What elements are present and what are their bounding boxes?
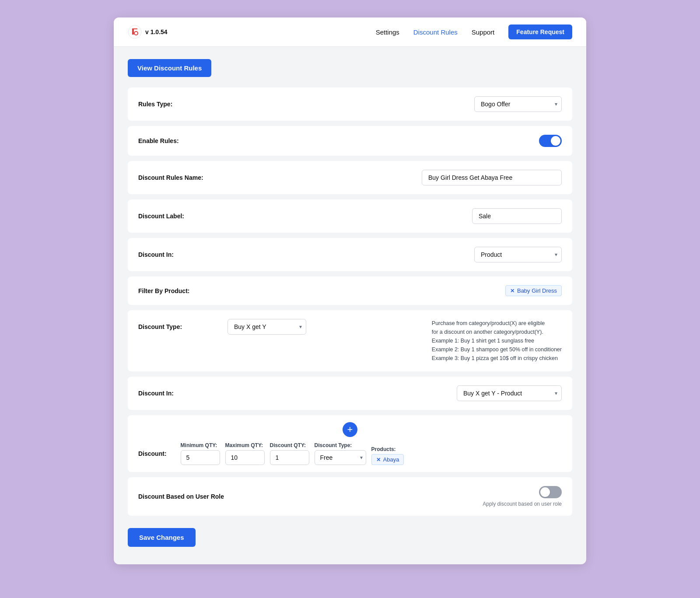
nav-links: Settings Discount Rules Support Feature …: [376, 24, 572, 39]
add-discount-button[interactable]: +: [343, 422, 357, 437]
product-remove-icon[interactable]: ✕: [376, 457, 381, 463]
nav-discount-rules[interactable]: Discount Rules: [413, 28, 458, 36]
logo-area: v 1.0.54: [128, 25, 168, 39]
enable-rules-label: Enable Rules:: [138, 137, 217, 144]
max-qty-input[interactable]: [225, 450, 265, 465]
discount-type-desc-line1: Purchase from category/product(X) are el…: [432, 319, 562, 336]
discount-type-row-group: Discount Type: Free Percentage Fixed ▾: [315, 442, 366, 465]
discount-in-select-wrapper: Product Category All ▾: [474, 247, 562, 262]
user-role-right: Apply discount based on user role: [483, 486, 562, 507]
user-role-label: Discount Based on User Role: [138, 493, 224, 500]
discount-label-input[interactable]: [472, 208, 562, 224]
discount-rules-name-input[interactable]: [422, 170, 562, 185]
discount-in2-label: Discount In:: [138, 390, 217, 397]
min-qty-group: Minimum QTY:: [181, 442, 220, 465]
view-discount-rules-button[interactable]: View Discount Rules: [128, 59, 211, 77]
discount-in2-section: Discount In: Buy X get Y - Product Buy X…: [128, 377, 572, 410]
filter-product-tag-label: Baby Girl Dress: [517, 287, 557, 294]
enable-rules-toggle[interactable]: [539, 135, 562, 147]
filter-product-remove-icon[interactable]: ✕: [510, 288, 514, 294]
user-role-hint: Apply discount based on user role: [483, 501, 562, 507]
filter-by-product-section: Filter By Product: ✕ Baby Girl Dress: [128, 276, 572, 305]
svg-point-2: [132, 29, 134, 31]
user-role-section: Discount Based on User Role Apply discou…: [128, 477, 572, 516]
feature-request-button[interactable]: Feature Request: [508, 24, 572, 39]
user-role-toggle[interactable]: [539, 486, 562, 498]
toggle-slider-on: [539, 135, 562, 147]
filter-product-tag: ✕ Baby Girl Dress: [505, 285, 562, 296]
enable-rules-section: Enable Rules:: [128, 126, 572, 156]
discount-type-select[interactable]: Buy X get Y Buy X get X Percentage: [228, 319, 306, 335]
rules-type-section: Rules Type: Bogo Offer Simple Discount B…: [128, 87, 572, 121]
app-container: v 1.0.54 Settings Discount Rules Support…: [114, 17, 586, 564]
discount-in-select[interactable]: Product Category All: [474, 247, 562, 262]
discount-in-label: Discount In:: [138, 251, 217, 258]
discount-type-example2: Example 2: Buy 1 shampoo get 50% off in …: [432, 345, 562, 354]
products-group: Products: ✕ Abaya: [371, 446, 404, 465]
filter-by-product-label: Filter By Product:: [138, 287, 217, 294]
discount-type-description: Purchase from category/product(X) are el…: [432, 319, 562, 363]
header: v 1.0.54 Settings Discount Rules Support…: [114, 17, 586, 47]
discount-type-row-select[interactable]: Free Percentage Fixed: [315, 450, 366, 465]
discount-type-example1: Example 1: Buy 1 shirt get 1 sunglass fr…: [432, 336, 562, 345]
discount-in2-control: Buy X get Y - Product Buy X get Y - Cate…: [217, 385, 562, 401]
min-qty-label: Minimum QTY:: [181, 442, 220, 448]
max-qty-group: Maximum QTY:: [225, 442, 265, 465]
discount-type-example3: Example 3: Buy 1 pizza get 10$ off in cr…: [432, 354, 562, 363]
discount-in-control: Product Category All ▾: [217, 247, 562, 262]
nav-settings[interactable]: Settings: [376, 28, 399, 36]
rules-type-label: Rules Type:: [138, 101, 217, 108]
discount-field-label: Discount:: [138, 450, 167, 457]
user-role-toggle-knob: [540, 487, 550, 497]
product-tag-label: Abaya: [383, 456, 399, 463]
user-role-toggle-slider: [539, 486, 562, 498]
discount-fields: Minimum QTY: Maximum QTY: Discount QTY:: [181, 442, 404, 465]
product-tag: ✕ Abaya: [371, 454, 404, 465]
discount-type-section: Discount Type: Buy X get Y Buy X get X P…: [128, 310, 572, 371]
discount-rules-name-section: Discount Rules Name:: [128, 161, 572, 194]
discount-label-section: Discount Label:: [128, 199, 572, 233]
logo-icon: [128, 25, 142, 39]
max-qty-label: Maximum QTY:: [225, 442, 265, 448]
discount-in2-select-wrapper: Buy X get Y - Product Buy X get Y - Cate…: [457, 385, 562, 401]
discount-rules-name-label: Discount Rules Name:: [138, 174, 217, 181]
version-text: v 1.0.54: [145, 28, 168, 35]
discount-type-label: Discount Type:: [138, 323, 217, 330]
nav-support[interactable]: Support: [472, 28, 495, 36]
min-qty-input[interactable]: [181, 450, 220, 465]
discount-fields-row: Discount: Minimum QTY: Maximum QTY: Disc…: [138, 442, 562, 465]
discount-label-label: Discount Label:: [138, 213, 217, 220]
products-label: Products:: [371, 446, 404, 452]
discount-qty-label: Discount QTY:: [270, 442, 309, 448]
discount-type-left: Discount Type: Buy X get Y Buy X get X P…: [138, 319, 421, 335]
content-area: View Discount Rules Rules Type: Bogo Off…: [114, 47, 586, 564]
rules-type-select[interactable]: Bogo Offer Simple Discount Bulk Discount: [474, 96, 562, 112]
discount-row-section: + Discount: Minimum QTY: Maximum QTY:: [128, 415, 572, 472]
filter-by-product-control: ✕ Baby Girl Dress: [217, 285, 562, 296]
toggle-knob: [551, 136, 560, 146]
discount-in2-select[interactable]: Buy X get Y - Product Buy X get Y - Cate…: [457, 385, 562, 401]
discount-label-control: [217, 208, 562, 224]
discount-type-select-wrapper: Buy X get Y Buy X get X Percentage ▾: [228, 319, 306, 335]
discount-qty-input[interactable]: [270, 450, 309, 465]
discount-qty-group: Discount QTY:: [270, 442, 309, 465]
discount-rules-name-control: [217, 170, 562, 185]
discount-add-row: +: [138, 422, 562, 437]
rules-type-select-wrapper: Bogo Offer Simple Discount Bulk Discount…: [474, 96, 562, 112]
discount-in-section: Discount In: Product Category All ▾: [128, 238, 572, 271]
rules-type-control: Bogo Offer Simple Discount Bulk Discount…: [217, 96, 562, 112]
discount-type-row-label: Discount Type:: [315, 442, 366, 448]
save-changes-button[interactable]: Save Changes: [128, 528, 196, 547]
enable-rules-control: [217, 135, 562, 147]
